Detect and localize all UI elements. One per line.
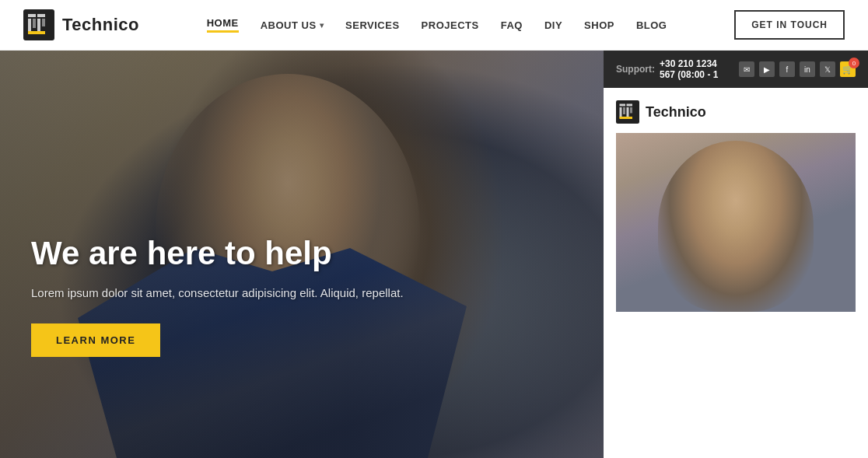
social-icons: ✉ ▶ f in 𝕏 🛒 0 xyxy=(739,61,856,77)
twitter-icon[interactable]: 𝕏 xyxy=(820,61,835,77)
hero-section: We are here to help Lorem ipsum dolor si… xyxy=(0,51,868,458)
support-number: +30 210 1234 567 (08:00 - 1 xyxy=(660,58,734,80)
svg-rect-11 xyxy=(627,104,633,107)
main-nav: HOME ABOUT US ▾ SERVICES PROJECTS FAQ DI… xyxy=(207,17,667,33)
svg-rect-5 xyxy=(33,19,36,28)
right-panel-inner: Technico xyxy=(604,88,868,458)
facebook-icon[interactable]: f xyxy=(779,61,795,77)
right-panel-logo-text: Technico xyxy=(646,104,706,121)
right-panel-face xyxy=(658,141,814,312)
nav-item-diy[interactable]: DIY xyxy=(544,19,562,31)
support-bar: Support: +30 210 1234 567 (08:00 - 1 ✉ ▶… xyxy=(604,51,868,88)
svg-rect-8 xyxy=(28,31,45,34)
right-panel-logo-icon xyxy=(616,100,639,124)
right-panel: Support: +30 210 1234 567 (08:00 - 1 ✉ ▶… xyxy=(604,51,868,458)
logo-icon xyxy=(23,9,54,40)
nav-item-projects[interactable]: PROJECTS xyxy=(422,19,479,31)
hero-content: We are here to help Lorem ipsum dolor si… xyxy=(31,236,404,357)
chevron-down-icon: ▾ xyxy=(320,21,324,30)
svg-rect-2 xyxy=(28,14,36,17)
svg-rect-15 xyxy=(630,107,632,114)
nav-item-blog[interactable]: BLOG xyxy=(636,19,667,31)
support-label: Support: xyxy=(616,64,655,75)
logo[interactable]: Technico xyxy=(23,9,139,40)
nav-item-shop[interactable]: SHOP xyxy=(584,19,614,31)
nav-item-services[interactable]: SERVICES xyxy=(345,19,400,31)
svg-rect-13 xyxy=(623,107,625,114)
right-panel-hero-image xyxy=(616,133,856,312)
header: Technico HOME ABOUT US ▾ SERVICES PROJEC… xyxy=(0,0,868,51)
svg-rect-12 xyxy=(620,107,622,118)
right-panel-logo: Technico xyxy=(616,100,856,124)
svg-rect-10 xyxy=(620,104,626,107)
nav-item-home[interactable]: HOME xyxy=(207,17,239,33)
linkedin-icon[interactable]: in xyxy=(800,61,815,77)
svg-rect-4 xyxy=(28,19,31,33)
get-in-touch-button[interactable]: GET IN TOUCH xyxy=(734,10,845,40)
cart-badge: 0 xyxy=(849,58,859,68)
hero-subtitle: Lorem ipsum dolor sit amet, consectetur … xyxy=(31,285,404,302)
svg-rect-7 xyxy=(42,19,45,26)
hero-title: We are here to help xyxy=(31,236,404,271)
svg-rect-16 xyxy=(620,117,633,119)
youtube-icon[interactable]: ▶ xyxy=(759,61,775,77)
cart-icon[interactable]: 🛒 0 xyxy=(840,61,856,77)
nav-item-faq[interactable]: FAQ xyxy=(501,19,523,31)
svg-rect-6 xyxy=(37,19,40,33)
nav-item-about[interactable]: ABOUT US ▾ xyxy=(261,19,324,31)
email-icon[interactable]: ✉ xyxy=(739,61,754,77)
svg-rect-14 xyxy=(627,107,629,118)
svg-rect-3 xyxy=(37,14,45,17)
logo-text: Technico xyxy=(62,15,139,35)
learn-more-button[interactable]: LEARN MORE xyxy=(31,323,160,357)
